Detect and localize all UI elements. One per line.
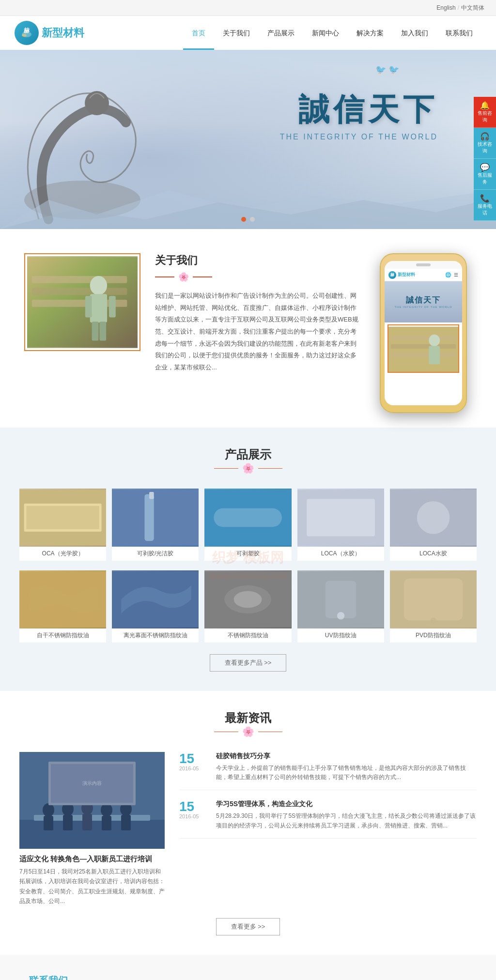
svg-rect-54 [102,816,111,830]
product-ss3-label: 不锈钢防指纹油 [204,628,291,643]
phone-logo-text: 新型材料 [398,272,415,278]
products-view-more-btn[interactable]: 查看更多产品 >> [210,654,287,672]
news-divider-line-left [214,732,238,732]
phone-menu-icon: ☰ [454,272,458,277]
news-date-1: 15 2016-05 [179,752,208,782]
about-content: 关于我们 🌸 我们是一家以网站设计制作和广告设计制作为主的公司。公司创建性、网站… [155,253,360,374]
aftersale-btn[interactable]: 💬 售后服务 [474,159,496,190]
news-main-image: 演示内容 [19,752,165,849]
product-glue1[interactable]: 可剥胶/光洁胶 [112,489,199,561]
product-oca-label: OCA（光学胶） [19,547,106,561]
news-main-article: 演示内容 适应文化 转换角色—入职新员工进行培训 7月5日至14日，我司对25名… [19,752,165,906]
products-row-2: 自干不锈钢防指纹油 离光幕面不锈钢防指纹油 [19,570,477,643]
svg-rect-20 [429,346,440,364]
product-ss1[interactable]: 自干不锈钢防指纹油 [19,570,106,643]
logo-icon: 赫 [15,21,39,45]
product-uv-image [297,570,384,628]
svg-point-32 [417,501,450,534]
presale-btn[interactable]: 🔔 售前咨询 [474,97,496,128]
svg-rect-14 [99,322,106,340]
product-uv[interactable]: UV防指纹油 [297,570,384,643]
svg-rect-42 [404,579,463,621]
product-ss2[interactable]: 离光幕面不锈钢防指纹油 [112,570,199,643]
lang-en-link[interactable]: English [436,4,455,11]
about-image-box [24,253,140,351]
phone-frame: 赫 新型材料 🌐 ☰ 誠信天下 THE INTEGRITY [380,253,467,413]
svg-point-40 [337,612,344,619]
nav-home[interactable]: 首页 [183,16,214,50]
news-view-more-btn[interactable]: 查看更多 >> [216,918,280,935]
contact-title: 联系我们 [29,974,467,980]
news-divider-flower: 🌸 [242,726,254,737]
hero-birds: 🐦 🐦 [375,64,399,75]
svg-rect-30 [307,499,375,536]
phone-screen: 赫 新型材料 🌐 ☰ 誠信天下 THE INTEGRITY [385,261,462,405]
product-loca2[interactable]: LOCA水胶 [390,489,477,561]
svg-point-2 [22,34,27,37]
svg-rect-17 [391,344,456,349]
news-title-2[interactable]: 学习5S管理体系，构造企业文化 [216,800,477,809]
svg-rect-23 [26,506,99,529]
logo-brand-text: 新型材料 [42,26,84,40]
divider-line-right [258,468,282,469]
svg-rect-24 [112,490,199,546]
nav-join[interactable]: 加入我们 [392,16,437,50]
svg-rect-26 [149,492,154,499]
about-title-flower: 🌸 [178,272,189,282]
svg-rect-10 [90,294,107,322]
product-ss1-label: 自干不锈钢防指纹油 [19,628,106,643]
about-title-decoration: 🌸 [155,272,360,282]
hero-carousel-dots [241,217,255,222]
main-nav: 首页 关于我们 产品展示 新闻中心 解决方案 加入我们 联系我们 [183,16,481,50]
product-glue1-label: 可剥胶/光洁胶 [112,547,199,561]
carousel-dot-1[interactable] [241,217,246,222]
about-title: 关于我们 [155,253,360,268]
news-desc-2: 5月28.29.30日，我司举行了5S管理体制的学习，结合大漫飞主意，结长及少数… [216,812,477,830]
hero-title-english: THE INTEGRITY OF THE WORLD [280,133,438,141]
product-oca[interactable]: OCA（光学胶） [19,489,106,561]
nav-solutions[interactable]: 解决方案 [348,16,392,50]
news-list: 15 2016-05 硅胶销售技巧分享 今天学业上，外提前了的销售能手们上手分享… [179,752,477,906]
nav-products[interactable]: 产品展示 [259,16,303,50]
product-loca1[interactable]: LOCA（水胶） [297,489,384,561]
news-divider: 🌸 [19,726,477,737]
phone-btn[interactable]: 📞 服务电话 [474,190,496,221]
news-day-2: 15 [179,800,208,813]
product-glue2[interactable]: 可剥塑胶 [204,489,291,561]
product-uv-label: UV防指纹油 [297,628,384,643]
carousel-dot-2[interactable] [250,217,255,222]
svg-rect-16 [391,336,456,340]
phone-mockup: 赫 新型材料 🌐 ☰ 誠信天下 THE INTEGRITY [375,253,472,413]
product-loca2-label: LOCA水胶 [390,547,477,561]
nav-contact[interactable]: 联系我们 [437,16,481,50]
phone-logo-icon: 赫 [388,271,396,279]
news-view-more: 查看更多 >> [19,918,477,935]
news-date-2: 15 2016-05 [179,800,208,830]
phone-nav-icons: 🌐 ☰ [445,272,458,277]
hero-text-block: 誠信天下 THE INTEGRITY OF THE WORLD [280,89,438,141]
lang-cn-link[interactable]: 中文简体 [461,4,484,12]
svg-point-43 [431,618,436,624]
news-yearmonth-1: 2016-05 [179,766,208,771]
news-desc-1: 今天学业上，外提前了的销售能手们上手分享了销售销售地址，是他其内容大部分的涉及了… [216,764,477,782]
phone-about-image [388,324,459,373]
float-sidebar: 🔔 售前咨询 🎧 技术咨询 💬 售后服务 📞 服务电话 [474,97,496,221]
product-loca1-label: LOCA（水胶） [297,547,384,561]
phone-logo-area: 赫 新型材料 [388,271,415,279]
product-ss3-image [204,570,291,628]
product-pvd-image [390,570,477,628]
product-ss3[interactable]: 不锈钢防指纹油 [204,570,291,643]
news-inner: 演示内容 适应文化 转换角色—入职新员工进行培训 7月5日至14日，我司对25名… [19,752,477,906]
news-title-1[interactable]: 硅胶销售技巧分享 [216,752,477,761]
nav-news[interactable]: 新闻中心 [303,16,348,50]
tech-btn[interactable]: 🎧 技术咨询 [474,128,496,159]
phone-status-bar [385,261,462,269]
news-item-1: 15 2016-05 硅胶销售技巧分享 今天学业上，外提前了的销售能手们上手分享… [179,752,477,790]
about-title-line-right [193,276,212,277]
news-day-1: 15 [179,752,208,766]
svg-rect-6 [32,276,127,283]
logo[interactable]: 赫 新型材料 [15,21,84,45]
product-pvd[interactable]: PVD防指纹油 [390,570,477,643]
nav-about[interactable]: 关于我们 [214,16,259,50]
news-content-1: 硅胶销售技巧分享 今天学业上，外提前了的销售能手们上手分享了销售销售地址，是他其… [216,752,477,782]
